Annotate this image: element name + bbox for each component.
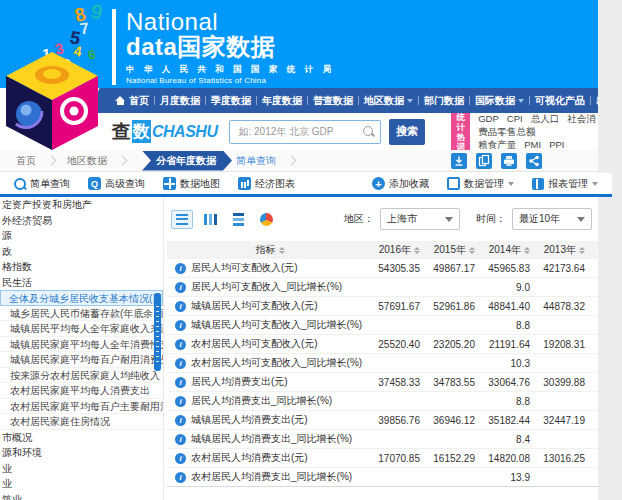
download-icon[interactable]: [451, 153, 467, 169]
info-icon[interactable]: i: [175, 282, 186, 293]
row-label: i农村居民人均消费支出(元): [175, 451, 365, 465]
info-icon[interactable]: i: [175, 301, 186, 312]
nav-item-3[interactable]: 年度数据: [262, 94, 302, 108]
nav-item-4[interactable]: 普查数据: [313, 94, 353, 108]
chashu-cha: 查: [112, 119, 131, 145]
sidebar-item[interactable]: 业: [0, 461, 163, 477]
info-icon[interactable]: i: [175, 358, 186, 369]
nav-item-9[interactable]: 出版物: [596, 94, 598, 108]
row-label: i农村居民人均消费支出_同比增长(%): [175, 470, 365, 484]
share-icon[interactable]: [526, 153, 542, 169]
sidebar-item[interactable]: 城镇居民家庭平均每人全年消费性支出: [0, 337, 163, 353]
report-manage-menu[interactable]: 报表管理: [532, 177, 598, 191]
info-icon[interactable]: i: [175, 377, 186, 388]
indicator-sidebar: 定资产投资和房地产外经济贸易源政格指数民生活全体及分城乡居民收支基本情况(新口径…: [0, 197, 164, 500]
breadcrumb-item[interactable]: 简单查询: [236, 154, 276, 168]
hot-word[interactable]: 总人口: [531, 113, 560, 124]
list-view-icon[interactable]: [171, 210, 193, 229]
sidebar-items: 定资产投资和房地产外经济贸易源政格指数民生活全体及分城乡居民收支基本情况(新口径…: [0, 197, 163, 500]
sidebar-item[interactable]: 农村居民家庭住房情况: [0, 414, 163, 430]
info-icon[interactable]: i: [175, 434, 186, 445]
magnifier-icon: [14, 178, 26, 190]
data-manage-menu[interactable]: 数据管理: [447, 177, 514, 191]
sidebar-item[interactable]: 定资产投资和房地产: [0, 197, 163, 213]
row-label-text: 居民人均可支配收入(元): [191, 261, 298, 275]
hot-word[interactable]: CPI: [507, 113, 523, 124]
data-panel: 地区： 上海市 时间： 最近10年 指标2016年2015年2014年2013年…: [167, 197, 598, 500]
breadcrumb-item-active[interactable]: 分省年度数据: [142, 151, 232, 171]
pie-chart-view-icon[interactable]: [255, 210, 277, 229]
hot-word[interactable]: PPI: [549, 139, 564, 150]
nav-item-5[interactable]: 地区数据: [364, 94, 413, 108]
info-icon[interactable]: i: [175, 396, 186, 407]
row-label-text: 城镇居民人均消费支出(元): [191, 413, 308, 427]
nav-item-8[interactable]: 可视化产品: [535, 94, 585, 108]
toolbar: 简单查询 Q 高级查询 数据地图 经济图表 + 添加收藏 数据管理: [0, 173, 612, 197]
sidebar-scrollbar[interactable]: [154, 293, 161, 371]
sort-icon[interactable]: [579, 247, 585, 254]
tab-economic-charts[interactable]: 经济图表: [238, 177, 295, 191]
search-input[interactable]: [229, 120, 381, 144]
year-header-label: 2016年: [379, 243, 411, 257]
breadcrumb-row: 首页地区数据分省年度数据简单查询: [0, 150, 598, 172]
nav-item-0[interactable]: 首页: [115, 94, 149, 108]
table-body: i居民人均可支配收入(元)54305.3549867.1745965.83421…: [167, 259, 598, 487]
info-icon[interactable]: i: [175, 339, 186, 350]
row-label: i城镇居民人均消费支出(元): [175, 413, 365, 427]
breadcrumb-item[interactable]: 首页: [16, 154, 36, 168]
nav-item-1[interactable]: 月度数据: [160, 94, 200, 108]
breadcrumb: 首页地区数据分省年度数据简单查询: [16, 151, 307, 171]
tab-advanced-query[interactable]: Q 高级查询: [88, 177, 145, 191]
nav-separator: [529, 96, 530, 105]
sidebar-item[interactable]: 按来源分农村居民家庭人均纯收入: [0, 368, 163, 384]
nav-item-label: 地区数据: [364, 94, 404, 108]
cell-value: 44878.32: [530, 301, 585, 312]
hbar-chart-view-icon[interactable]: [227, 210, 249, 229]
sidebar-item[interactable]: 民生活: [0, 275, 163, 291]
cell-value: 57691.67: [365, 301, 420, 312]
breadcrumb-item[interactable]: 地区数据: [67, 154, 107, 168]
sidebar-item-selected[interactable]: 全体及分城乡居民收支基本情况(新口径): [0, 290, 163, 306]
nav-item-2[interactable]: 季度数据: [211, 94, 251, 108]
sidebar-item[interactable]: 源和环境: [0, 445, 163, 461]
hot-words: GDPCPI总人口社会消费品零售总额 粮食产量PMIPPI: [478, 112, 598, 151]
sidebar-item[interactable]: 城乡居民人民币储蓄存款(年底余额): [0, 306, 163, 322]
info-icon[interactable]: i: [175, 320, 186, 331]
sort-icon[interactable]: [279, 247, 285, 254]
sidebar-item[interactable]: 筑业: [0, 492, 163, 500]
info-icon[interactable]: i: [175, 453, 186, 464]
tab-data-map[interactable]: 数据地图: [163, 177, 220, 191]
cell-value: 39856.76: [365, 415, 420, 426]
info-icon[interactable]: i: [175, 472, 186, 483]
hot-word[interactable]: PMI: [524, 139, 541, 150]
info-icon[interactable]: i: [175, 263, 186, 274]
sidebar-item[interactable]: 农村居民家庭平均每人消费支出: [0, 383, 163, 399]
search-button[interactable]: 搜索: [389, 119, 425, 145]
sidebar-item[interactable]: 城镇居民平均每人全年家庭收入来源: [0, 321, 163, 337]
hot-word[interactable]: GDP: [478, 113, 499, 124]
chevron-down-icon: [577, 217, 585, 222]
sidebar-item[interactable]: 城镇居民家庭平均每百户耐用消费品拥有量: [0, 352, 163, 368]
bar-chart-view-icon[interactable]: [199, 210, 221, 229]
row-label-text: 城镇居民人均可支配收入(元): [191, 299, 318, 313]
add-favorite-button[interactable]: + 添加收藏: [372, 177, 429, 191]
nav-item-7[interactable]: 国际数据: [475, 94, 524, 108]
sidebar-item[interactable]: 外经济贸易: [0, 213, 163, 229]
time-select[interactable]: 最近10年: [512, 208, 592, 230]
sidebar-item[interactable]: 业: [0, 476, 163, 492]
sidebar-item[interactable]: 格指数: [0, 259, 163, 275]
tab-simple-query[interactable]: 简单查询: [14, 177, 70, 191]
brand-title-line2: data国家数据: [126, 34, 334, 60]
hot-word[interactable]: 粮食产量: [478, 139, 516, 150]
sidebar-item[interactable]: 市概况: [0, 430, 163, 446]
region-select[interactable]: 上海市: [380, 208, 460, 230]
print-icon[interactable]: [501, 153, 517, 169]
nav-item-6[interactable]: 部门数据: [424, 94, 464, 108]
sidebar-item[interactable]: 源: [0, 228, 163, 244]
sidebar-item[interactable]: 农村居民家庭平均每百户主要耐用消费品拥有量: [0, 399, 163, 415]
report-copy-icon[interactable]: [476, 153, 492, 169]
info-icon[interactable]: i: [175, 415, 186, 426]
nav-item-label: 可视化产品: [535, 94, 585, 108]
cell-value: 36946.12: [420, 415, 475, 426]
sidebar-item[interactable]: 政: [0, 244, 163, 260]
